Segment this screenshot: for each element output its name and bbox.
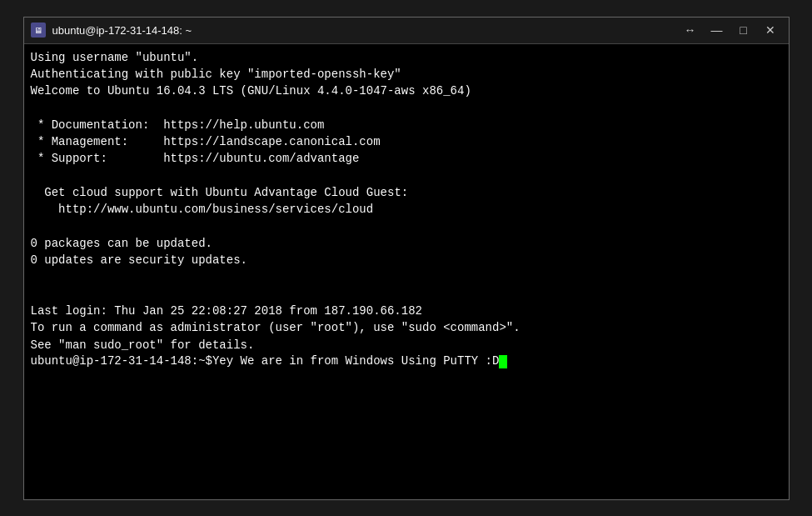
- minimize-button[interactable]: —: [705, 21, 729, 39]
- close-button[interactable]: ✕: [759, 21, 782, 39]
- maximize-button[interactable]: □: [732, 21, 755, 39]
- terminal-output: Using username "ubuntu". Authenticating …: [31, 49, 782, 353]
- window-controls: ↔ — □ ✕: [679, 21, 782, 39]
- terminal-body[interactable]: Using username "ubuntu". Authenticating …: [24, 44, 789, 499]
- cursor: [499, 355, 507, 368]
- transfer-button[interactable]: ↔: [679, 21, 702, 39]
- title-bar: 🖥 ubuntu@ip-172-31-14-148: ~ ↔ — □ ✕: [24, 18, 789, 44]
- command-text: Yey We are in from Windows Using PuTTY :…: [212, 353, 499, 370]
- prompt-text: ubuntu@ip-172-31-14-148:~$: [31, 353, 212, 370]
- prompt-line: ubuntu@ip-172-31-14-148:~$ Yey We are in…: [31, 353, 782, 370]
- window-title: ubuntu@ip-172-31-14-148: ~: [52, 24, 679, 37]
- terminal-window: 🖥 ubuntu@ip-172-31-14-148: ~ ↔ — □ ✕ Usi…: [23, 17, 790, 500]
- window-icon: 🖥: [31, 23, 46, 38]
- icon-symbol: 🖥: [34, 26, 42, 35]
